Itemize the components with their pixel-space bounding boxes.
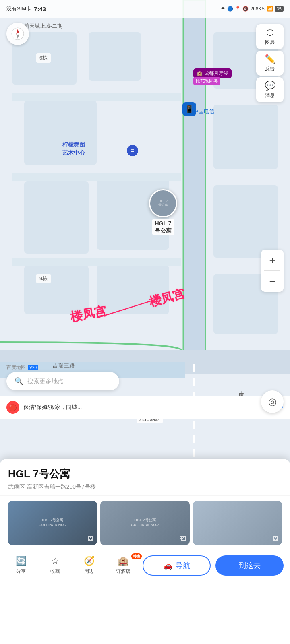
zoom-in-button[interactable]: + [261, 250, 284, 270]
lemon-dance-label: 柠檬舞蹈 艺术中心 [62, 141, 85, 157]
layers-button[interactable]: ⬡ 图层 [256, 24, 284, 49]
svg-rect-18 [12, 258, 181, 266]
go-here-label: 到这去 [239, 561, 261, 570]
search-placeholder: 搜索更多地点 [27, 378, 64, 385]
hgl-photo: HGL.7号公寓 [149, 189, 177, 217]
hotel-label: 订酒店 [116, 568, 130, 575]
battery-label: 35 [275, 6, 284, 12]
nav-share[interactable]: 🔄 分享 [4, 554, 38, 576]
photo-2[interactable]: HGL 7号公寓GULLINAN NO.7 🖼 [100, 501, 189, 545]
svg-rect-17 [12, 173, 181, 181]
svg-rect-7 [24, 101, 97, 165]
baidu-version: V20 [28, 365, 38, 370]
svg-rect-16 [12, 93, 181, 101]
lemon-dance-icon[interactable]: ≡ [127, 145, 138, 156]
place-address: 武侯区-高新区吉瑞一路200号7号楼 [8, 483, 282, 491]
road-jiqing2: 吉庆二路 [238, 386, 245, 391]
svg-rect-8 [24, 181, 89, 254]
bluetooth-icon: 🔵 [227, 6, 233, 12]
svg-rect-14 [213, 185, 278, 258]
place-header: HGL 7号公寓 武侯区-高新区吉瑞一路200号7号楼 [0, 459, 290, 496]
ad-icon: 🔴 [6, 401, 19, 414]
photo-3-icon: 🖼 [272, 535, 279, 543]
hgl-label: HGL 7号公寓 [152, 219, 174, 235]
photo-1-text: HGL.7号公寓GULLINAN NO.7 [39, 518, 67, 527]
location-target-icon: ◎ [268, 396, 277, 407]
ad-text: 保洁/保姆/搬家，同城... [23, 404, 258, 411]
location-icon: 📍 [235, 6, 241, 12]
hgl-marker[interactable]: HGL.7号公寓 HGL 7号公寓 [149, 189, 177, 235]
carrier-label: 没有SIM卡 [6, 5, 31, 12]
svg-rect-10 [24, 266, 89, 314]
eye-icon: 👁 [221, 6, 226, 12]
right-toolbar: ⬡ 图层 ✏️ 反馈 💬 消息 [256, 24, 284, 102]
bottom-nav: 🔄 分享 ☆ 收藏 🧭 周边 🏨 特惠 订酒店 🚗 导航 到这去 [0, 550, 290, 584]
feedback-button[interactable]: ✏️ 反馈 [256, 51, 284, 76]
svg-rect-1 [183, 0, 205, 362]
hotel-nav-icon: 🏨 [118, 556, 128, 566]
dianxin-label: 中国电信 [193, 108, 214, 115]
message-button[interactable]: 💬 消息 [256, 77, 284, 102]
photo-2-text: HGL 7号公寓GULLINAN NO.7 [131, 518, 159, 527]
map-area[interactable]: 没有SIM卡 7:43 👁 🔵 📍 🔇 268K/s 📶 35 航天城上城-二期… [0, 0, 290, 459]
collect-icon: ☆ [51, 556, 59, 566]
building-9: 9栋 [36, 274, 51, 283]
dianxin-icon[interactable]: 📱 [182, 102, 196, 116]
nearby-icon: 🧭 [84, 556, 95, 566]
baidu-text: 百度地图 [6, 365, 26, 370]
hotel-icon: 🏨 [197, 71, 203, 76]
location-button[interactable]: ◎ [261, 390, 284, 413]
zoom-out-button[interactable]: − [261, 271, 284, 292]
wifi-icon: 📶 [267, 6, 273, 12]
svg-rect-6 [89, 32, 141, 80]
hotel-badge: 比75%同类 [193, 77, 220, 85]
baidu-watermark: 百度地图 V20 [6, 364, 38, 371]
building-6: 6栋 [36, 53, 51, 63]
go-here-button[interactable]: 到这去 [215, 555, 284, 576]
collect-label: 收藏 [50, 568, 60, 575]
navigate-car-icon: 🚗 [164, 561, 172, 570]
feedback-label: 反馈 [265, 66, 275, 72]
nav-hotel[interactable]: 🏨 特惠 订酒店 [106, 554, 141, 576]
zoom-controls: + − [261, 250, 284, 292]
bottom-sheet: HGL 7号公寓 武侯区-高新区吉瑞一路200号7号楼 HGL.7号公寓GULL… [0, 459, 290, 644]
nav-collect[interactable]: ☆ 收藏 [38, 554, 72, 576]
hotel-label: 成都月牙湖 [204, 70, 228, 77]
compass[interactable] [6, 23, 29, 45]
road-jirui3: 吉瑞三路 [52, 362, 75, 369]
message-label: 消息 [265, 92, 275, 99]
share-label: 分享 [16, 568, 26, 575]
feedback-icon: ✏️ [265, 54, 276, 64]
ad-banner: 🔴 保洁/保姆/搬家，同城... 去查看 > [0, 396, 290, 419]
svg-rect-20 [0, 350, 290, 362]
share-icon: 🔄 [16, 556, 27, 566]
photo-2-icon: 🖼 [180, 535, 186, 543]
time-label: 7:43 [34, 6, 46, 12]
place-name: HGL 7号公寓 [8, 467, 282, 481]
photos-row: HGL.7号公寓GULLINAN NO.7 🖼 HGL 7号公寓GULLINAN… [0, 496, 290, 550]
mute-icon: 🔇 [242, 6, 249, 12]
nearby-label: 周边 [84, 568, 94, 575]
svg-rect-13 [213, 105, 278, 169]
hotel-badge-dot: 特惠 [131, 553, 142, 559]
navigate-label: 导航 [176, 561, 190, 570]
layers-label: 图层 [265, 39, 275, 46]
photo-3[interactable]: 🖼 [193, 501, 282, 545]
complex-label: 航天城上城-二期 [24, 23, 62, 30]
photo-1[interactable]: HGL.7号公寓GULLINAN NO.7 🖼 [8, 501, 97, 545]
navigate-button[interactable]: 🚗 导航 [143, 555, 211, 576]
search-icon: 🔍 [14, 377, 23, 386]
layers-icon: ⬡ [266, 27, 274, 38]
message-icon: 💬 [265, 80, 276, 91]
search-bar[interactable]: 🔍 搜索更多地点 [6, 372, 119, 390]
photo-1-icon: 🖼 [87, 535, 94, 543]
speed-label: 268K/s [250, 6, 265, 12]
nav-nearby[interactable]: 🧭 周边 [72, 554, 106, 576]
status-bar: 没有SIM卡 7:43 👁 🔵 📍 🔇 268K/s 📶 35 [0, 0, 290, 18]
